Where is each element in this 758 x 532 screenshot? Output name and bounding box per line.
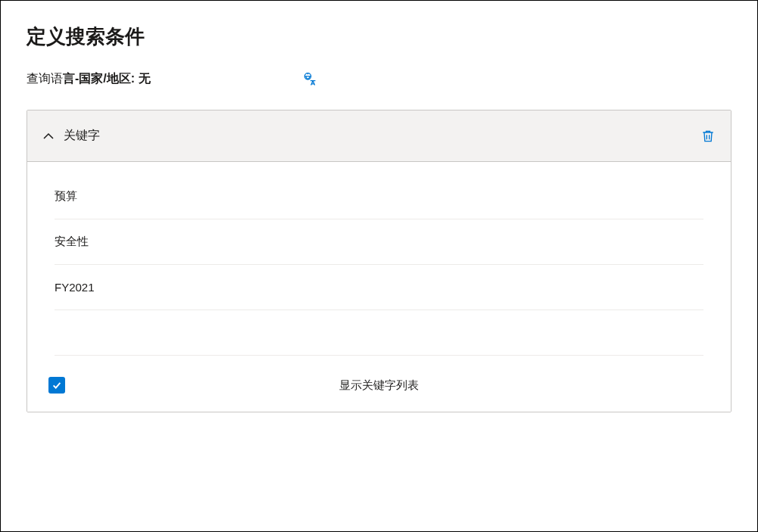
keywords-section-title: 关键字 [64, 128, 100, 144]
trash-icon[interactable] [700, 129, 716, 144]
keywords-header-left: 关键字 [42, 128, 100, 144]
list-item[interactable]: 安全性 [55, 219, 703, 265]
show-list-checkbox[interactable] [48, 377, 65, 394]
query-language-label: 查询语言-国家/地区: 无 [27, 71, 151, 87]
query-language-row: 查询语言-国家/地区: 无 [27, 71, 731, 87]
chevron-up-icon[interactable] [42, 130, 55, 142]
keywords-body: 预算 安全性 FY2021 显示关键字列表 [27, 162, 731, 412]
query-language-label-part2: 言-国家/地区: 无 [63, 72, 151, 85]
show-list-label: 显示关键字列表 [339, 378, 419, 393]
list-item[interactable]: FY2021 [55, 265, 703, 310]
translate-icon[interactable] [302, 72, 317, 87]
keywords-footer: 显示关键字列表 [27, 359, 731, 412]
list-item[interactable] [55, 310, 703, 356]
query-language-label-part1: 查询语 [27, 72, 63, 85]
keywords-scroll[interactable]: 预算 安全性 FY2021 [27, 162, 731, 359]
keywords-section: 关键字 预算 安全性 FY2021 显示关键字列表 [27, 110, 731, 412]
keywords-header[interactable]: 关键字 [27, 110, 731, 162]
page-title: 定义搜索条件 [27, 23, 731, 50]
list-item[interactable]: 预算 [55, 174, 703, 219]
